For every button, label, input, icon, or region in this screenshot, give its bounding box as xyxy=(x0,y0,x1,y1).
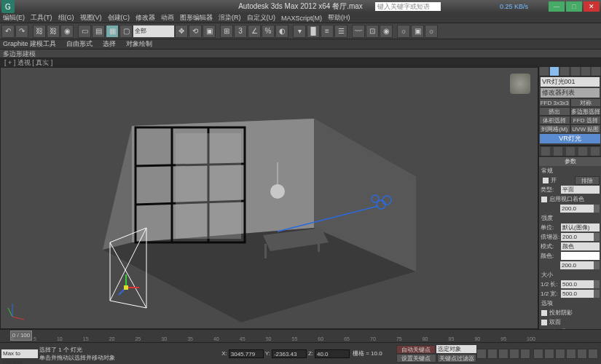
hierarchy-tab[interactable] xyxy=(560,67,569,76)
select-name-button[interactable]: ▤ xyxy=(92,25,105,38)
schematic-button[interactable]: ⊡ xyxy=(366,25,379,38)
configure-button[interactable] xyxy=(591,147,600,156)
close-button[interactable]: ✕ xyxy=(584,1,600,12)
show-end-button[interactable] xyxy=(554,147,562,156)
menu-render[interactable]: 渲染(R) xyxy=(219,13,241,23)
object-name-input[interactable]: VR灯光001 xyxy=(541,77,600,87)
menu-group[interactable]: 组(G) xyxy=(58,13,74,23)
align-button[interactable]: ≡ xyxy=(321,25,334,38)
color-swatch[interactable] xyxy=(561,252,600,260)
mirror-button[interactable]: ▐▌ xyxy=(307,25,320,38)
menu-graph[interactable]: 图形编辑器 xyxy=(180,13,213,23)
goto-start-button[interactable] xyxy=(476,349,487,359)
undo-button[interactable]: ↶ xyxy=(1,25,15,38)
maximize-viewport-button[interactable] xyxy=(588,349,598,359)
key-filters-button[interactable]: 关键点过滤器 xyxy=(437,354,477,363)
menu-maxscript[interactable]: MAXScript(M) xyxy=(281,15,322,22)
redo-button[interactable]: ↷ xyxy=(15,25,28,38)
pan-button[interactable] xyxy=(533,349,543,359)
menu-help[interactable]: 帮助(H) xyxy=(328,13,350,23)
prev-frame-button[interactable] xyxy=(487,349,498,359)
temperature-input[interactable]: 200.0 xyxy=(560,261,594,269)
menu-modifiers[interactable]: 修改器 xyxy=(135,13,155,23)
mod-btn-symmetry[interactable]: 对称 xyxy=(570,98,602,107)
unit-dropdown[interactable]: 默认(图像) xyxy=(561,223,600,232)
set-key-button[interactable]: 设置关键点 xyxy=(396,354,436,363)
maxscript-listener[interactable]: Max to Physics xyxy=(1,349,38,358)
orbit-button[interactable] xyxy=(566,349,576,359)
viewcube[interactable] xyxy=(510,74,530,94)
named-sel-button[interactable]: ▾ xyxy=(293,25,306,38)
select-button[interactable]: ▭ xyxy=(78,25,91,38)
fov-button[interactable] xyxy=(577,349,587,359)
menu-tools[interactable]: 工具(T) xyxy=(31,13,52,23)
move-button[interactable]: ✥ xyxy=(175,25,188,38)
ribbon-tab-paint[interactable]: 对象绘制 xyxy=(126,39,152,49)
time-slider[interactable]: 0 / 100 05101520253035404550556065707580… xyxy=(0,329,601,342)
modifier-list-dropdown[interactable]: 修改器列表 xyxy=(541,88,600,98)
goto-end-button[interactable] xyxy=(520,349,530,359)
bind-button[interactable]: ◉ xyxy=(60,25,74,38)
half-width-input[interactable]: 500.0 xyxy=(561,290,594,298)
select-region-button[interactable]: ▦ xyxy=(106,25,119,38)
maximize-button[interactable]: □ xyxy=(566,1,582,12)
mod-btn-polysel[interactable]: 多边形选择 xyxy=(570,107,602,116)
render-frame-button[interactable]: ▣ xyxy=(411,25,424,38)
window-crossing-button[interactable]: ▢ xyxy=(119,25,133,38)
mod-btn-ffd[interactable]: FFD 3x3x3 xyxy=(539,98,570,107)
half-length-input[interactable]: 500.0 xyxy=(561,280,594,288)
menu-view[interactable]: 视图(V) xyxy=(80,13,102,23)
modify-tab[interactable] xyxy=(550,67,559,76)
menu-edit[interactable]: 编辑(E) xyxy=(3,13,25,23)
zoom-extents-button[interactable] xyxy=(555,349,565,359)
rotate-button[interactable]: ⟲ xyxy=(189,25,202,38)
percent-snap-button[interactable]: % xyxy=(262,25,275,38)
multiplier-input[interactable]: 200.0 xyxy=(561,233,594,241)
half-length-spinner[interactable] xyxy=(594,280,600,288)
render-setup-button[interactable]: ☼ xyxy=(397,25,410,38)
mod-btn-uvw[interactable]: UVW 贴图选择 xyxy=(570,124,602,133)
help-search-input[interactable]: 键入关键字或短语 xyxy=(375,2,441,11)
menu-customize[interactable]: 自定义(U) xyxy=(247,13,276,23)
z-coord-input[interactable]: 40.0 xyxy=(315,349,350,358)
remove-mod-button[interactable] xyxy=(578,147,587,156)
viewport-value[interactable]: 200.0 xyxy=(560,205,594,213)
minimize-button[interactable]: — xyxy=(549,1,565,12)
double-sided-checkbox[interactable] xyxy=(541,320,547,325)
next-frame-button[interactable] xyxy=(509,349,519,359)
ribbon-tab-selection[interactable]: 选择 xyxy=(103,39,116,49)
x-coord-input[interactable]: 3045.779 xyxy=(229,349,264,358)
half-width-spinner[interactable] xyxy=(594,290,600,298)
viewport-spinner[interactable] xyxy=(594,205,600,213)
key-target-dropdown[interactable]: 选定对象 xyxy=(436,345,477,353)
mode-dropdown[interactable]: 颜色 xyxy=(561,242,600,250)
temperature-spinner[interactable] xyxy=(594,261,600,269)
angle-snap-button[interactable]: ∠ xyxy=(248,25,261,38)
cast-shadows-checkbox[interactable] xyxy=(541,310,547,316)
display-tab[interactable] xyxy=(581,67,590,76)
mod-btn-volsel[interactable]: 体积选择 xyxy=(539,116,570,124)
multiplier-spinner[interactable] xyxy=(594,233,600,241)
curve-editor-button[interactable]: 〰 xyxy=(352,25,365,38)
ribbon-tab-graphite[interactable]: Graphite 建模工具 xyxy=(3,39,56,49)
motion-tab[interactable] xyxy=(571,67,580,76)
mod-btn-ffdsel[interactable]: FFD 选择 xyxy=(570,116,602,124)
on-checkbox[interactable] xyxy=(543,178,549,183)
params-rollout-head[interactable]: 参数 xyxy=(539,157,601,166)
spinner-snap-button[interactable]: ◐ xyxy=(275,25,288,38)
mod-btn-tomesh[interactable]: 到网格(M) xyxy=(539,124,570,133)
exclude-button[interactable]: 排除 xyxy=(575,176,600,185)
auto-key-button[interactable]: 自动关键点 xyxy=(396,345,436,354)
filter-dropdown[interactable]: 全部 xyxy=(133,25,174,37)
link-button[interactable]: ⛓ xyxy=(33,25,46,38)
utilities-tab[interactable] xyxy=(592,67,600,76)
zoom-button[interactable] xyxy=(544,349,554,359)
mod-btn-extrude[interactable]: 挤出 xyxy=(539,107,570,116)
menu-animation[interactable]: 动画 xyxy=(161,13,174,23)
viewport-label[interactable]: [ + ] 透视 [ 真实 ] xyxy=(0,58,601,67)
layer-button[interactable]: ☰ xyxy=(334,25,347,38)
y-coord-input[interactable]: -2363.43 xyxy=(272,349,307,358)
ribbon-tab-freeform[interactable]: 自由形式 xyxy=(66,39,93,49)
unique-button[interactable] xyxy=(566,147,575,156)
type-dropdown[interactable]: 平面 xyxy=(561,186,600,194)
